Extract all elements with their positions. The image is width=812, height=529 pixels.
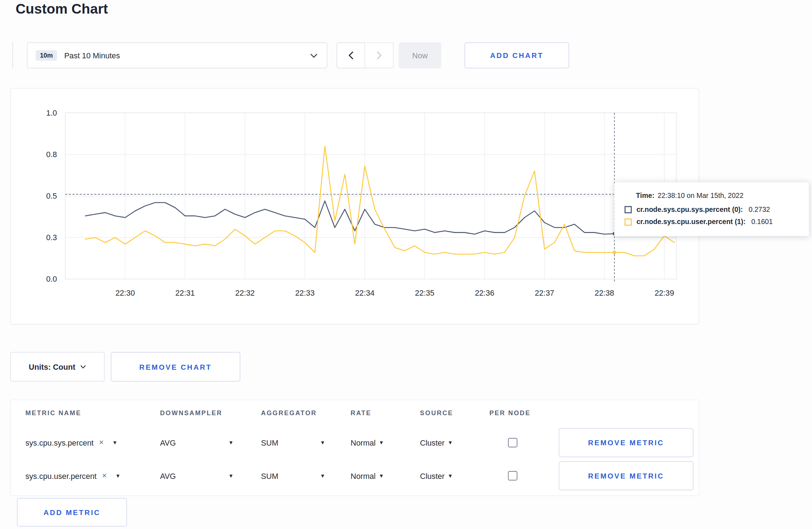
x-axis-tick: 22:33 xyxy=(295,288,314,297)
col-header-downsampler: DOWNSAMPLER xyxy=(160,409,261,417)
y-axis-tick: 0.3 xyxy=(46,233,57,242)
y-axis-tick: 0.0 xyxy=(46,275,57,283)
y-axis-tick: 0.8 xyxy=(46,150,57,159)
crosshair-point xyxy=(613,251,616,254)
caret-down-icon: ▾ xyxy=(380,473,383,479)
metric-name-select[interactable]: sys.cpu.sys.percent ✕ ▾ xyxy=(25,438,160,447)
series-swatch-icon xyxy=(624,218,632,225)
caret-down-icon: ▾ xyxy=(113,440,116,446)
rate-select[interactable]: Normal ▾ xyxy=(351,438,420,447)
metric-name-value: sys.cpu.user.percent xyxy=(25,471,97,480)
x-axis-tick: 22:34 xyxy=(355,288,374,297)
caret-down-icon: ▾ xyxy=(449,440,452,446)
aggregator-select[interactable]: SUM ▾ xyxy=(261,438,324,447)
metrics-table: METRIC NAME DOWNSAMPLER AGGREGATOR RATE … xyxy=(10,400,699,496)
rate-select[interactable]: Normal ▾ xyxy=(351,471,420,480)
tooltip-series-list: cr.node.sys.cpu.sys.percent (0):0.2732cr… xyxy=(624,205,798,225)
col-header-rate: RATE xyxy=(351,409,420,417)
tooltip-time: Time:22:38:10 on Mar 15th, 2022 xyxy=(636,191,798,199)
chevron-right-icon xyxy=(377,51,382,59)
page-title: Custom Chart xyxy=(15,1,108,17)
source-select[interactable]: Cluster ▾ xyxy=(420,471,489,480)
series-line-1 xyxy=(85,146,674,256)
tooltip-time-value: 22:38:10 on Mar 15th, 2022 xyxy=(658,191,744,199)
series-line-0 xyxy=(85,201,674,234)
source-select[interactable]: Cluster ▾ xyxy=(420,438,489,447)
tooltip-time-label: Time: xyxy=(636,191,654,199)
downsampler-select[interactable]: AVG ▾ xyxy=(160,438,233,447)
chart-panel: 1.00.80.50.30.022:3022:3122:3222:3322:34… xyxy=(10,88,699,325)
caret-down-icon: ▾ xyxy=(321,473,324,479)
time-range-badge: 10m xyxy=(36,50,57,60)
col-header-metric-name: METRIC NAME xyxy=(25,409,160,417)
tooltip-series-row: cr.node.sys.cpu.user.percent (1):0.1601 xyxy=(624,218,798,226)
metric-name-select[interactable]: sys.cpu.user.percent ✕ ▾ xyxy=(25,471,160,480)
x-axis-tick: 22:39 xyxy=(654,288,674,297)
prev-range-button[interactable] xyxy=(337,43,365,68)
x-axis-tick: 22:35 xyxy=(415,288,434,297)
x-axis-tick: 22:30 xyxy=(115,288,135,297)
tooltip-series-name: cr.node.sys.cpu.sys.percent (0): xyxy=(637,205,743,213)
tooltip-series-row: cr.node.sys.cpu.sys.percent (0):0.2732 xyxy=(624,205,798,213)
col-header-source: SOURCE xyxy=(420,409,489,417)
aggregator-select[interactable]: SUM ▾ xyxy=(261,471,324,480)
caret-down-icon: ▾ xyxy=(116,473,120,479)
chart-tooltip: Time:22:38:10 on Mar 15th, 2022 cr.node.… xyxy=(614,182,809,236)
custom-chart-page: Custom Chart 10m Past 10 Minutes Now ADD… xyxy=(0,0,812,529)
clear-metric-icon[interactable]: ✕ xyxy=(98,439,105,446)
remove-metric-button[interactable]: REMOVE METRIC xyxy=(559,461,693,490)
line-chart[interactable]: 1.00.80.50.30.022:3022:3122:3222:3322:34… xyxy=(11,88,699,324)
now-button[interactable]: Now xyxy=(399,43,441,68)
chevron-left-icon xyxy=(348,51,353,59)
time-range-dropdown[interactable]: 10m Past 10 Minutes xyxy=(27,43,327,68)
add-chart-button[interactable]: ADD CHART xyxy=(464,43,569,68)
per-node-checkbox[interactable] xyxy=(508,471,517,480)
x-axis-tick: 22:36 xyxy=(475,288,494,297)
clear-metric-icon[interactable]: ✕ xyxy=(101,472,108,479)
x-axis-tick: 22:38 xyxy=(595,288,614,297)
series-swatch-icon xyxy=(624,206,632,213)
units-dropdown[interactable]: Units: Count xyxy=(10,352,105,382)
tooltip-series-name: cr.node.sys.cpu.user.percent (1): xyxy=(637,218,746,226)
units-label: Units: Count xyxy=(29,363,75,372)
caret-down-icon: ▾ xyxy=(380,440,383,446)
x-axis-tick: 22:32 xyxy=(235,288,255,297)
downsampler-select[interactable]: AVG ▾ xyxy=(160,471,233,480)
caret-down-icon: ▾ xyxy=(229,473,233,479)
remove-metric-button[interactable]: REMOVE METRIC xyxy=(559,428,693,457)
caret-down-icon: ▾ xyxy=(321,440,324,446)
tooltip-series-value: 0.1601 xyxy=(751,218,773,226)
time-range-label: Past 10 Minutes xyxy=(64,51,120,60)
remove-chart-button[interactable]: REMOVE CHART xyxy=(111,352,241,382)
x-axis-tick: 22:31 xyxy=(175,288,195,297)
caret-down-icon: ▾ xyxy=(229,440,233,446)
toolbar: 10m Past 10 Minutes Now ADD CHART xyxy=(0,43,812,68)
chevron-down-icon xyxy=(81,365,86,369)
metric-row: sys.cpu.sys.percent ✕ ▾ AVG ▾ SUM ▾ Norm… xyxy=(11,426,699,459)
col-header-per-node: PER NODE xyxy=(489,409,559,417)
range-pager xyxy=(337,43,393,68)
tooltip-series-value: 0.2732 xyxy=(749,205,770,213)
metrics-table-header: METRIC NAME DOWNSAMPLER AGGREGATOR RATE … xyxy=(11,400,699,426)
y-axis-tick: 1.0 xyxy=(46,108,57,117)
add-metric-button[interactable]: ADD METRIC xyxy=(17,498,127,526)
caret-down-icon: ▾ xyxy=(449,473,452,479)
metric-name-value: sys.cpu.sys.percent xyxy=(25,438,94,447)
x-axis-tick: 22:37 xyxy=(535,288,554,297)
col-header-aggregator: AGGREGATOR xyxy=(261,409,351,417)
chevron-down-icon xyxy=(310,53,317,58)
metric-row: sys.cpu.user.percent ✕ ▾ AVG ▾ SUM ▾ Nor… xyxy=(11,459,699,492)
next-range-button[interactable] xyxy=(365,43,394,68)
per-node-checkbox[interactable] xyxy=(508,438,517,447)
y-axis-tick: 0.5 xyxy=(46,191,57,200)
